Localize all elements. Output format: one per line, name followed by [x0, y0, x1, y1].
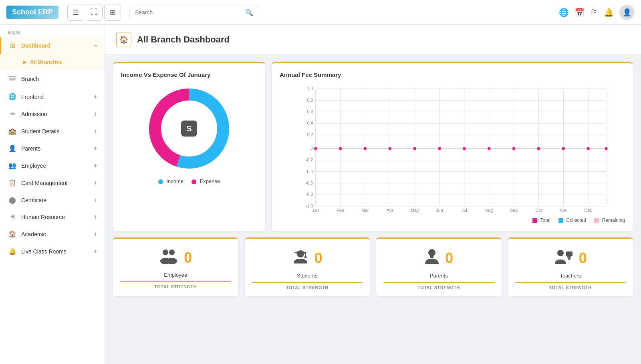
expand-student-icon: +: [94, 128, 97, 135]
students-stat-subtitle: TOTAL STRENGTH: [286, 285, 329, 290]
parents-stat-icon: [424, 247, 439, 269]
teachers-stat-divider: [515, 282, 626, 283]
sidebar-item-parents[interactable]: 👤 Parents +: [0, 140, 105, 157]
svg-point-56: [314, 147, 317, 150]
sidebar-item-all-branches[interactable]: ▶ All Branches: [16, 56, 105, 68]
sidebar-section-label: Main: [0, 25, 105, 37]
expand-card-icon: +: [94, 179, 97, 187]
expand-cert-icon: +: [94, 197, 97, 204]
sidebar-item-human-resource[interactable]: 🖥 Human Resource +: [0, 209, 105, 225]
sidebar-label-employee: Employee: [21, 163, 46, 169]
calendar-icon[interactable]: 📅: [574, 8, 585, 17]
menu-icon[interactable]: ☰: [67, 4, 84, 21]
sidebar-item-dashboard[interactable]: ⊞ Dashboard −: [0, 37, 105, 54]
expand-employee-icon: +: [94, 162, 97, 169]
sidebar-item-employee[interactable]: 👥 Employee +: [0, 157, 105, 174]
top-header: School ERP ☰ ⛶ ⊞ 🔍 🌐 📅 🏳 🔔 👤: [0, 0, 641, 25]
parents-stat-subtitle: TOTAL STRENGTH: [417, 285, 460, 290]
employee-icon: 👥: [8, 162, 16, 169]
employee-stat-subtitle: TOTAL STRENGTH: [154, 284, 197, 289]
svg-text:-0.2: -0.2: [306, 157, 313, 162]
search-icon: 🔍: [245, 8, 253, 16]
teachers-stat-label: Teachers: [560, 273, 581, 279]
students-stat-divider: [252, 282, 363, 283]
stat-card-teachers: 0 Teachers TOTAL STRENGTH: [508, 237, 633, 296]
dashboard-content: Income Vs Expense Of January: [105, 55, 641, 310]
sidebar-item-certificate[interactable]: ⬤ Certificate +: [0, 191, 105, 209]
svg-rect-74: [305, 253, 306, 257]
sidebar-item-frontend[interactable]: 🌐 Frontend +: [0, 88, 105, 105]
sidebar-label-human-resource: Human Resource: [21, 214, 65, 220]
teachers-stat-icon: [554, 247, 573, 269]
sidebar-label-parents: Parents: [21, 145, 40, 152]
svg-point-66: [562, 147, 565, 150]
svg-text:0.8: 0.8: [307, 98, 313, 103]
main-layout: Main ⊞ Dashboard − ▶ All Branches: [0, 25, 641, 364]
svg-point-81: [568, 257, 570, 260]
sidebar: Main ⊞ Dashboard − ▶ All Branches: [0, 25, 105, 364]
sidebar-label-card-management: Card Management: [21, 180, 68, 186]
expand-admission-icon: +: [94, 111, 97, 118]
stat-card-employee: 0 Employee TOTAL STRENGTH: [113, 237, 238, 296]
stat-card-students: 0 Students TOTAL STRENGTH: [245, 237, 370, 296]
svg-text:Dec: Dec: [585, 208, 593, 213]
svg-point-67: [587, 147, 589, 150]
students-stat-icon: [292, 247, 309, 269]
svg-point-69: [163, 249, 168, 255]
sidebar-item-card-management[interactable]: 📋 Card Management +: [0, 174, 105, 191]
collected-legend: Collected: [558, 217, 586, 223]
remaining-square: [594, 218, 599, 223]
grid-icon[interactable]: ⊞: [104, 4, 121, 21]
collected-square: [558, 218, 563, 223]
sidebar-item-academic[interactable]: 🏠 Academic +: [0, 225, 105, 243]
branch-icon: [8, 74, 16, 83]
svg-text:Aug: Aug: [485, 208, 493, 213]
sidebar-item-student-details[interactable]: 🏫 Student Details +: [0, 123, 105, 140]
sidebar-label-dashboard: Dashboard: [21, 42, 50, 49]
svg-rect-77: [430, 255, 433, 258]
globe-icon[interactable]: 🌐: [559, 8, 569, 17]
annual-chart-card: Annual Fee Summary: [272, 62, 633, 231]
expand-academic-icon: +: [94, 231, 97, 238]
svg-rect-80: [567, 256, 571, 257]
svg-point-57: [339, 147, 342, 150]
svg-point-61: [438, 147, 441, 150]
svg-text:Jul: Jul: [462, 208, 467, 213]
income-legend: Income: [158, 178, 183, 184]
avatar[interactable]: 👤: [619, 5, 635, 20]
sidebar-label-certificate: Certificate: [21, 197, 46, 203]
sidebar-label-branch: Branch: [21, 76, 39, 82]
annual-fee-svg: 1.0 0.8 0.6 0.4 0.2 0 -0.2 -0.4 -0.6 -0.…: [280, 84, 625, 213]
sidebar-item-live-class-rooms[interactable]: 🔔 Live Class Rooms +: [0, 243, 105, 260]
svg-text:May: May: [411, 208, 419, 213]
search-wrap: 🔍: [129, 6, 257, 19]
academic-icon: 🏠: [8, 230, 16, 238]
svg-text:Jan: Jan: [312, 208, 319, 213]
stats-row: 0 Employee TOTAL STRENGTH: [113, 237, 633, 296]
donut-chart-card: Income Vs Expense Of January: [113, 62, 265, 231]
expand-icon[interactable]: ⛶: [86, 4, 103, 21]
search-input[interactable]: [129, 6, 257, 19]
svg-point-68: [605, 147, 607, 150]
bell-icon[interactable]: 🔔: [604, 8, 614, 17]
flag-icon[interactable]: 🏳: [590, 8, 598, 17]
sidebar-item-branch[interactable]: Branch: [0, 70, 105, 88]
employee-stat-label: Employee: [164, 272, 187, 278]
employee-stat-divider: [120, 281, 231, 282]
admission-icon: ✏: [8, 110, 16, 118]
income-dot: [158, 179, 163, 184]
sidebar-item-admission[interactable]: ✏ Admission +: [0, 105, 105, 123]
svg-text:Nov: Nov: [560, 208, 568, 213]
svg-rect-79: [566, 251, 572, 256]
teachers-stat-subtitle: TOTAL STRENGTH: [549, 285, 592, 290]
sidebar-label-student-details: Student Details: [21, 128, 59, 135]
expand-live-icon: +: [94, 248, 97, 255]
svg-point-60: [413, 147, 416, 150]
svg-point-58: [364, 147, 367, 150]
collapse-icon: −: [94, 42, 97, 49]
stat-card-parents: 0 Parents TOTAL STRENGTH: [376, 237, 502, 296]
parents-stat-value: 0: [445, 250, 453, 267]
app-logo: School ERP: [6, 6, 58, 19]
svg-point-78: [557, 250, 564, 256]
page-header-icon: 🏠: [116, 32, 131, 47]
